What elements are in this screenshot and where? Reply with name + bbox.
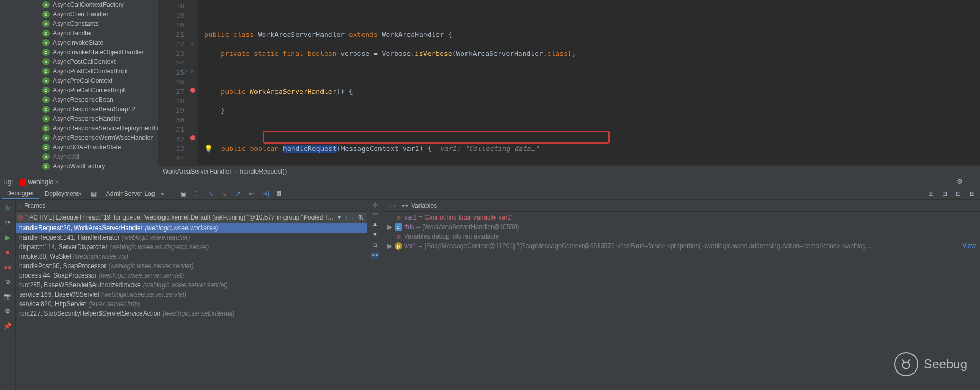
expand-arrow-icon[interactable]: ▶ <box>387 242 393 250</box>
threads-icon[interactable]: ▦ <box>88 188 100 199</box>
resume-icon[interactable]: ▶ <box>2 232 14 243</box>
layout-icon[interactable]: ⊟ <box>939 188 950 199</box>
evaluate-expression-icon[interactable]: 🖩 <box>273 188 285 199</box>
project-tree[interactable]: cAsyncCallContextFactory cAsyncClientHan… <box>0 0 158 177</box>
crumb[interactable]: WorkAreaServerHandler <box>163 168 232 175</box>
next-frame-icon[interactable]: ↓ <box>349 214 356 221</box>
stack-frame[interactable]: handleRequest:20, WorkAreaServerHandler(… <box>16 223 367 233</box>
breadcrumb[interactable]: WorkAreaServerHandler › handleRequest() <box>158 165 980 177</box>
variable-row: ⊘ Variables debug info not available <box>383 232 980 241</box>
tree-item[interactable]: cAsyncConstants <box>0 19 158 28</box>
show-execution-point-icon[interactable]: ▣ <box>177 188 189 199</box>
variable-row[interactable]: ▶ ≡ this = {WorkAreaServerHandler@10550} <box>383 222 980 232</box>
stack-frame[interactable]: service:169, BaseWSServlet(weblogic.wsee… <box>16 290 367 299</box>
tree-item[interactable]: cAsyncResponseHandler <box>0 114 158 123</box>
layout-icon[interactable]: ⊞ <box>966 188 978 199</box>
stack-frame[interactable]: run:227, StubSecurityHelper$ServletServi… <box>16 309 367 318</box>
tree-item[interactable]: cAsyncInvokeState <box>0 38 158 47</box>
tree-item[interactable]: cAsyncPostCallContext <box>0 57 158 66</box>
tree-item[interactable]: cAsyncPostCallContextImpl <box>0 66 158 76</box>
tab-adminserver-log[interactable]: AdminServer Log →▾ <box>102 188 169 199</box>
intention-bulb-icon[interactable]: 💡 <box>204 145 213 153</box>
thread-suspended-icon: ⊘ <box>18 214 23 221</box>
remove-watch-icon[interactable]: ➖ <box>372 211 378 217</box>
pin-icon[interactable]: 📌 <box>2 320 14 332</box>
class-icon: c <box>42 49 50 56</box>
show-watches-icon[interactable]: 👓 <box>371 252 379 259</box>
up-icon[interactable]: ▲ <box>372 220 378 227</box>
tree-item[interactable]: cAsyncPreCallContext <box>0 76 158 85</box>
settings-icon[interactable]: ⚙ <box>2 306 14 317</box>
stack-frame[interactable]: process:44, SoapProcessor(weblogic.wsee.… <box>16 271 367 280</box>
hide-icon[interactable]: — <box>967 177 977 186</box>
tree-item[interactable]: cAsyncPreCallContextImpl <box>0 85 158 95</box>
class-icon: c <box>42 144 50 151</box>
down-icon[interactable]: ▼ <box>372 231 378 238</box>
crumb[interactable]: handleRequest() <box>240 168 287 175</box>
debug-bar-settings: ⚙ — <box>955 177 977 186</box>
frames-title: Frames <box>24 202 46 210</box>
stack-frame[interactable]: handleRequest:141, HandlerIterator(weblo… <box>16 233 367 242</box>
layout-icon[interactable]: ⊡ <box>953 188 964 199</box>
prev-frame-icon[interactable]: ↑ <box>343 214 349 221</box>
class-icon: c <box>42 20 50 27</box>
step-over-icon[interactable]: ⤵ <box>191 188 203 199</box>
class-icon: c <box>42 1 50 8</box>
tree-item[interactable]: cAsyncResponseWsrmWsscHandler <box>0 133 158 142</box>
get-thread-dump-icon[interactable]: 📷 <box>2 291 14 302</box>
tree-item[interactable]: cAsyncResponseBean <box>0 95 158 104</box>
filter-icon[interactable]: ⚗ <box>356 214 365 221</box>
class-icon: c <box>42 58 50 65</box>
class-icon: c <box>42 77 50 84</box>
tree-item[interactable]: cAsyncCallContextFactory <box>0 0 158 9</box>
tree-item[interactable]: cAsyncClientHandler <box>0 9 158 19</box>
stack-frame[interactable]: handlePost:66, SoapProcessor(weblogic.ws… <box>16 261 367 271</box>
new-watch-icon[interactable]: ➕ <box>372 202 378 208</box>
expand-arrow-icon[interactable]: ▶ <box>387 223 393 231</box>
code-editor[interactable]: 18 19 20 21 22⊜ 23 24 25ⓘ⊜ 26 27 28 29 3… <box>158 0 980 177</box>
run-sidebar: ↻ ⟳ ▶ ■ ●● ⊘ 📷 ⚙ 📌 <box>0 200 16 390</box>
stop-icon[interactable]: ■ <box>2 246 14 258</box>
chevron-right-icon: › <box>235 168 237 175</box>
tree-item[interactable]: cAsyncSOAPInvokeState <box>0 142 158 152</box>
view-link[interactable]: View <box>962 242 976 250</box>
breakpoints-icon[interactable]: ●● <box>2 261 14 273</box>
debug-session-tab[interactable]: weblogic × <box>15 177 63 187</box>
settings-icon[interactable]: ⚙ <box>955 177 964 186</box>
stack-frame[interactable]: service:820, HttpServlet(javax.servlet.h… <box>16 299 367 309</box>
tree-item[interactable]: cAsyncUtil <box>0 152 158 161</box>
breakpoint-icon[interactable] <box>189 135 196 141</box>
tree-item[interactable]: cAsyncResponseServiceDeploymentListener <box>0 123 158 133</box>
tree-item[interactable]: cAsyncInvokeStateObjectHandler <box>0 47 158 57</box>
mute-breakpoints-icon[interactable]: ⊘ <box>2 276 14 288</box>
stack-frame[interactable]: invoke:80, WsSkel(weblogic.wsee.ws) <box>16 252 367 261</box>
layout-icon[interactable]: ⊞ <box>925 188 937 199</box>
force-step-into-icon[interactable]: ↘ <box>218 188 230 199</box>
rerun-icon[interactable]: ↻ <box>2 202 14 214</box>
copy-icon[interactable]: ⧉ <box>373 241 377 249</box>
tree-item[interactable]: cAsyncWsdlFactory <box>0 161 158 171</box>
code-body[interactable]: public class WorkAreaServerHandler exten… <box>198 0 980 165</box>
tab-deployment[interactable]: Deployment ▾ <box>41 188 86 199</box>
update-icon[interactable]: ⟳ <box>2 217 14 229</box>
tab-debugger[interactable]: Debugger <box>2 188 39 199</box>
step-out-icon[interactable]: ↗ <box>232 188 244 199</box>
tree-item[interactable]: cAsyncResponseBeanSoap12 <box>0 104 158 114</box>
drop-frame-icon[interactable]: ⇤ <box>246 188 258 199</box>
breakpoint-icon[interactable] <box>189 87 196 93</box>
variable-row[interactable]: ⊘ var2 = Cannot find local variable 'var… <box>383 213 980 222</box>
tree-item[interactable]: cAsyncHandler <box>0 28 158 38</box>
dropdown-icon[interactable]: ▾ <box>336 214 343 221</box>
close-icon[interactable]: × <box>55 178 59 186</box>
thread-selector[interactable]: ⊘ "[ACTIVE] ExecuteThread: '19' for queu… <box>16 212 367 223</box>
stack-frame[interactable]: run:285, BaseWSServlet$AuthorizedInvoke(… <box>16 280 367 290</box>
variables-panel: →← 👓 Variables ⊘ var2 = Cannot find loca… <box>383 200 980 390</box>
run-to-cursor-icon[interactable]: ➜| <box>260 188 271 199</box>
step-into-icon[interactable]: ↘ <box>205 188 216 199</box>
class-icon: c <box>42 125 50 132</box>
gutter[interactable]: 18 19 20 21 22⊜ 23 24 25ⓘ⊜ 26 27 28 29 3… <box>158 0 198 165</box>
stack-frame[interactable]: dispatch:114, ServerDispatcher(weblogic.… <box>16 242 367 252</box>
variable-row[interactable]: ▶ p var1 = {SoapMessageContext@11201} "{… <box>383 241 980 251</box>
pin-icon[interactable]: ↕ <box>19 202 22 210</box>
expand-icon[interactable]: →← <box>386 202 399 210</box>
